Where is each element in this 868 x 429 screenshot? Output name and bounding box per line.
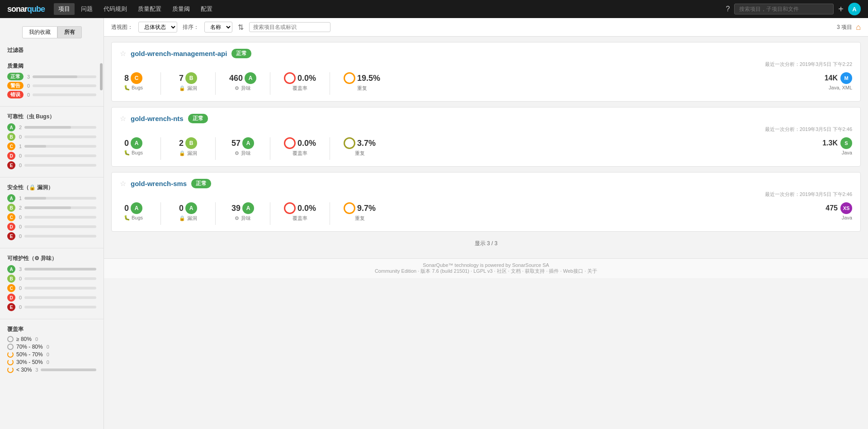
dup-metric-0[interactable]: 19.5% 重复 [344, 72, 380, 92]
scroll-handle[interactable] [100, 63, 103, 90]
qg-warn[interactable]: 警告 0 [7, 82, 96, 89]
footer-docs[interactable]: 文档 [511, 268, 521, 274]
vuln-metric-0[interactable]: 7 B 🔒 漏洞 [175, 72, 202, 92]
coverage-metric-0[interactable]: 0.0% 覆盖率 [284, 72, 316, 92]
cov-50-70-label: 50% - 70% [16, 351, 43, 358]
footer-lgpl[interactable]: LGPL v3 [473, 268, 492, 274]
footer-plugins[interactable]: 插件 [549, 268, 559, 274]
sec-D[interactable]: D 0 [7, 223, 96, 231]
cov-lt30[interactable]: < 30% 3 [7, 367, 96, 373]
bugs-count-1: 0 [124, 139, 129, 148]
quality-gate-title: 质量阈 [7, 62, 96, 70]
sec-grade-C: C [7, 213, 15, 221]
toggle-row: 我的收藏 所有 [7, 26, 96, 38]
page-footer: SonarQube™ technology is powered by Sona… [104, 258, 868, 278]
cov-50-70-radio [7, 351, 14, 358]
project-date-0: 最近一次分析：2019年3月5日 下午2:22 [120, 61, 852, 68]
dup-metric-2[interactable]: 9.7% 重复 [344, 202, 376, 222]
maint-B[interactable]: B 0 [7, 275, 96, 283]
footer-community[interactable]: 社区 [497, 268, 507, 274]
nav-rules[interactable]: 代码规则 [99, 3, 132, 15]
star-icon-2[interactable]: ☆ [120, 179, 126, 188]
qg-warn-count: 0 [27, 83, 30, 89]
dup-label-2: 重复 [355, 215, 365, 222]
smells-metric-2[interactable]: 39 A ⚙ 异味 [229, 202, 256, 222]
cov-30-50[interactable]: 30% - 50% 0 [7, 359, 96, 365]
add-project-button[interactable]: + [838, 5, 844, 14]
cov-50-70[interactable]: 50% - 70% 0 [7, 351, 96, 358]
home-icon[interactable]: ⌂ [856, 23, 861, 32]
rel-B[interactable]: B 0 [7, 133, 96, 141]
cov-70-80[interactable]: 70% - 80% 0 [7, 344, 96, 350]
coverage-label-1: 覆盖率 [292, 150, 307, 157]
rel-D[interactable]: D 0 [7, 152, 96, 160]
bugs-metric-1[interactable]: 0 A 🐛 Bugs [120, 137, 147, 156]
dup-metric-1[interactable]: 3.7% 重复 [344, 137, 376, 157]
security-title: 安全性（🔒 漏洞） [7, 184, 96, 191]
qg-normal-count: 3 [27, 74, 30, 79]
project-date-1: 最近一次分析：2019年3月5日 下午2:46 [120, 126, 852, 133]
coverage-metric-1[interactable]: 0.0% 覆盖率 [284, 137, 316, 157]
bugs-count-2: 0 [124, 204, 129, 213]
grade-E-circle: E [7, 161, 15, 169]
footer-support[interactable]: 获取支持 [525, 268, 545, 274]
vuln-metric-2[interactable]: 0 A 🔒 漏洞 [175, 202, 202, 222]
rel-E[interactable]: E 0 [7, 161, 96, 169]
help-button[interactable]: ? [726, 5, 730, 13]
nav-issues[interactable]: 问题 [76, 3, 97, 15]
nav-projects[interactable]: 项目 [54, 3, 75, 15]
smells-metric-0[interactable]: 460 A ⚙ 异味 [229, 72, 256, 92]
vuln-count-0: 7 [179, 74, 184, 83]
smells-grade-2: A [242, 202, 254, 214]
qg-error[interactable]: 错误 0 [7, 91, 96, 98]
cov-80plus[interactable]: ≥ 80% 0 [7, 336, 96, 342]
sort-direction-icon[interactable]: ⇅ [238, 23, 244, 32]
rel-C[interactable]: C 1 [7, 142, 96, 150]
bugs-grade-2: A [131, 202, 142, 214]
view-select[interactable]: 总体状态 [138, 22, 177, 33]
global-search-input[interactable] [734, 4, 834, 14]
user-avatar[interactable]: A [848, 3, 861, 15]
sort-select[interactable]: 名称 [204, 22, 232, 33]
grade-B-circle: B [7, 133, 15, 141]
rel-A[interactable]: A 2 [7, 123, 96, 131]
coverage-circle-2 [284, 202, 296, 214]
vuln-metric-1[interactable]: 2 B 🔒 漏洞 [175, 137, 202, 157]
nav-settings[interactable]: 配置 [196, 3, 217, 15]
qg-normal[interactable]: 正常 3 [7, 73, 96, 80]
size-avatar-0: M [840, 72, 852, 84]
star-icon-1[interactable]: ☆ [120, 114, 126, 123]
footer-webapi[interactable]: Web接口 [563, 268, 583, 274]
logo-sonar: sonar [7, 5, 27, 14]
all-toggle[interactable]: 所有 [57, 26, 82, 38]
nav-quality-profiles[interactable]: 质量配置 [133, 3, 166, 15]
coverage-metric-2[interactable]: 0.0% 覆盖率 [284, 202, 316, 222]
project-title-1[interactable]: gold-wrench-nts [131, 115, 184, 122]
footer-about[interactable]: 关于 [587, 268, 597, 274]
smells-metric-1[interactable]: 57 A ⚙ 异味 [229, 137, 256, 157]
maint-A[interactable]: A 3 [7, 265, 96, 273]
maintainability-filter: 可维护性（⚙ 异味） A 3 B 0 C 0 D 0 E [0, 252, 104, 315]
sec-B[interactable]: B 2 [7, 204, 96, 212]
sec-A[interactable]: A 1 [7, 194, 96, 202]
bugs-metric-2[interactable]: 0 A 🐛 Bugs [120, 202, 147, 221]
project-search-input[interactable] [249, 22, 330, 32]
sec-E[interactable]: E 0 [7, 232, 96, 240]
project-count: 3 项目 [837, 23, 852, 31]
sec-C[interactable]: C 0 [7, 213, 96, 221]
project-title-0[interactable]: gold-wrench-management-api [131, 50, 227, 57]
bugs-metric-0[interactable]: 8 C 🐛 Bugs [120, 72, 147, 91]
nav-quality-gates[interactable]: 质量阈 [168, 3, 194, 15]
logo[interactable]: sonarqube [7, 5, 45, 14]
size-avatar-2: XS [840, 202, 852, 214]
qg-warn-bar [33, 84, 96, 87]
maint-D[interactable]: D 0 [7, 294, 96, 302]
bugs-label-0: 🐛 Bugs [124, 85, 143, 91]
maint-C[interactable]: C 0 [7, 284, 96, 292]
maint-E[interactable]: E 0 [7, 303, 96, 311]
project-status-2: 正常 [191, 179, 211, 188]
star-icon-0[interactable]: ☆ [120, 49, 126, 58]
my-favorites-toggle[interactable]: 我的收藏 [22, 26, 57, 38]
smells-count-2: 39 [231, 204, 241, 213]
project-title-2[interactable]: gold-wrench-sms [131, 180, 187, 187]
